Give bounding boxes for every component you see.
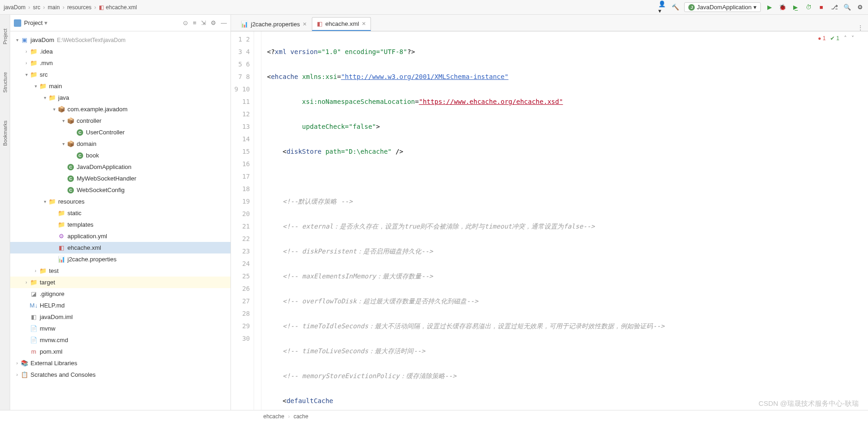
breadcrumb-src[interactable]: src (33, 4, 40, 11)
git-icon[interactable]: ⎇ (830, 3, 838, 12)
tree-app-yml[interactable]: ⚙ application.yml (10, 230, 231, 242)
tree-idea[interactable]: › 📁 .idea (10, 46, 231, 57)
build-icon[interactable]: 🔨 (671, 3, 680, 12)
chevron-down-icon[interactable]: ▾ (42, 199, 48, 204)
project-tree[interactable]: ▾ ▣ javaDom E:\WebSocketText\javaDom › 📁… (10, 31, 231, 410)
tree-mvnw[interactable]: 📄 mvnw (10, 323, 231, 334)
chevron-right-icon[interactable]: › (23, 49, 30, 54)
tree-static[interactable]: 📁 static (10, 207, 231, 219)
bookmarks-tool-tab[interactable]: Bookmarks (2, 121, 8, 146)
chevron-down-icon[interactable]: ▾ (32, 84, 39, 89)
user-icon[interactable]: 👤▾ (658, 3, 667, 12)
folder-icon: 📁 (57, 210, 66, 217)
tree-javadom-app[interactable]: C JavaDomApplication (10, 161, 231, 173)
debug-icon[interactable]: 🐞 (778, 3, 787, 12)
chevron-down-icon[interactable]: ▾ (60, 141, 67, 146)
tree-label: MyWebSocketHandler (77, 175, 136, 182)
tree-ws-config[interactable]: C WebSocketConfig (10, 184, 231, 196)
tree-test[interactable]: › 📁 test (10, 265, 231, 277)
close-icon[interactable]: ✕ (362, 21, 366, 27)
tree-label: Scratches and Consoles (30, 371, 96, 378)
stop-icon[interactable]: ■ (817, 3, 826, 12)
tab-menu-icon[interactable]: ⋮ (853, 24, 868, 31)
code-content[interactable]: <?xml version="1.0" encoding="UTF-8"?> <… (261, 31, 868, 410)
chevron-down-icon[interactable]: ▾ (42, 95, 48, 100)
chevron-right-icon[interactable]: › (14, 361, 20, 366)
tree-book[interactable]: C book (10, 150, 231, 161)
java-class-icon: C (67, 175, 75, 182)
project-tool-tab[interactable]: Project (2, 29, 8, 44)
tree-label: .mvn (40, 60, 53, 66)
breadcrumb-root[interactable]: javaDom (4, 4, 25, 11)
close-icon[interactable]: ✕ (303, 21, 307, 27)
tree-resources[interactable]: ▾ 📁 resources (10, 196, 231, 207)
search-icon[interactable]: 🔍 (843, 3, 851, 12)
expand-all-icon[interactable]: ≡ (193, 19, 196, 26)
coverage-icon[interactable]: ▶̲ (791, 3, 800, 12)
tree-target[interactable]: › 📁 target (10, 277, 231, 288)
chevron-right-icon[interactable]: › (32, 268, 39, 273)
breadcrumb-file[interactable]: ehcache.xml (106, 4, 137, 11)
tree-domain[interactable]: ▾ 📦 domain (10, 138, 231, 150)
breadcrumb-resources[interactable]: resources (67, 4, 91, 11)
run-config-label: JavaDomApplication (697, 4, 752, 11)
file-icon: 📄 (30, 337, 38, 344)
tree-root[interactable]: ▾ ▣ javaDom E:\WebSocketText\javaDom (10, 34, 231, 46)
package-icon: 📦 (67, 140, 75, 147)
chevron-right-icon[interactable]: › (14, 372, 20, 377)
run-icon[interactable]: ▶ (765, 3, 774, 12)
chevron-down-icon[interactable]: ▾ (51, 107, 57, 112)
code-editor[interactable]: 1 2 3 4 5 6 7 8 9 10 11 12 13 14 15 16 1… (231, 31, 868, 410)
tree-package[interactable]: ▾ 📦 com.example.javadom (10, 103, 231, 115)
tree-pom[interactable]: m pom.xml (10, 346, 231, 357)
select-opened-file-icon[interactable]: ⊙ (183, 19, 188, 26)
run-configuration-dropdown[interactable]: J JavaDomApplication ▾ (684, 2, 761, 12)
settings-icon[interactable]: ⚙ (211, 19, 216, 26)
tree-label: test (49, 267, 59, 274)
tab-ehcache[interactable]: ◧ ehcache.xml ✕ (312, 17, 371, 31)
tree-ext-libs[interactable]: › 📚 External Libraries (10, 357, 231, 369)
tab-label: ehcache.xml (325, 20, 359, 27)
folder-icon: 📁 (39, 83, 47, 90)
chevron-down-icon[interactable]: ▾ (60, 118, 67, 123)
breadcrumb-main[interactable]: main (48, 4, 60, 11)
xml-file-icon: ◧ (57, 244, 66, 251)
tree-java[interactable]: ▾ 📁 java (10, 92, 231, 103)
tree-help[interactable]: M↓ HELP.md (10, 300, 231, 311)
tree-main[interactable]: ▾ 📁 main (10, 80, 231, 92)
chevron-down-icon: ▾ (753, 4, 757, 11)
tree-user-controller[interactable]: C UserController (10, 127, 231, 138)
java-class-icon: J (688, 4, 695, 11)
tree-label: mvnw.cmd (40, 337, 68, 344)
tree-scratches[interactable]: › 📋 Scratches and Consoles (10, 369, 231, 380)
tree-mvnw-cmd[interactable]: 📄 mvnw.cmd (10, 334, 231, 346)
chevron-right-icon[interactable]: › (23, 280, 30, 285)
breadcrumb-ehcache[interactable]: ehcache (263, 413, 284, 420)
tree-ehcache[interactable]: ◧ ehcache.xml (10, 242, 231, 253)
tab-j2cache[interactable]: 📊 j2cache.properties ✕ (236, 17, 312, 31)
tree-label: .idea (40, 48, 53, 55)
hide-icon[interactable]: — (221, 19, 227, 26)
tree-j2cache[interactable]: 📊 j2cache.properties (10, 253, 231, 265)
tree-ws-handler[interactable]: C MyWebSocketHandler (10, 173, 231, 184)
profile-icon[interactable]: ⏱ (804, 3, 813, 12)
chevron-down-icon[interactable]: ▾ (14, 37, 20, 42)
tree-src[interactable]: ▾ 📁 src (10, 69, 231, 80)
breadcrumb-cache[interactable]: cache (293, 413, 308, 420)
chevron-right-icon[interactable]: › (23, 60, 30, 66)
tree-mvn[interactable]: › 📁 .mvn (10, 57, 231, 69)
tree-label: templates (67, 221, 93, 228)
tree-templates[interactable]: 📁 templates (10, 219, 231, 230)
fold-gutter[interactable] (254, 31, 261, 410)
collapse-all-icon[interactable]: ⇲ (201, 19, 206, 26)
tree-label: External Libraries (30, 360, 77, 367)
chevron-down-icon[interactable]: ▾ (44, 19, 48, 26)
tree-gitignore[interactable]: ◪ .gitignore (10, 288, 231, 300)
settings-icon[interactable]: ⚙ (856, 3, 864, 12)
java-class-icon: C (67, 164, 75, 170)
tree-label: pom.xml (40, 348, 62, 355)
structure-tool-tab[interactable]: Structure (2, 72, 8, 93)
chevron-down-icon[interactable]: ▾ (23, 72, 30, 77)
tree-iml[interactable]: ◧ javaDom.iml (10, 311, 231, 323)
tree-controller[interactable]: ▾ 📦 controller (10, 115, 231, 127)
